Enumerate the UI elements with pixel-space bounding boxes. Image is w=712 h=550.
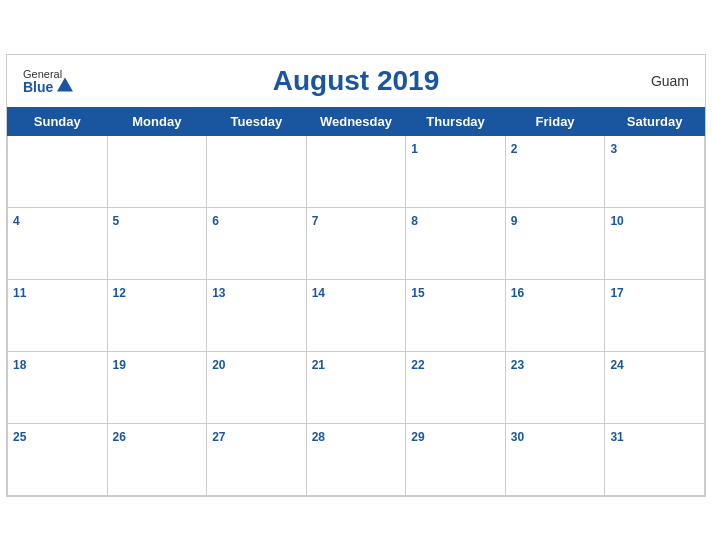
day-number: 16 bbox=[511, 286, 524, 300]
header-saturday: Saturday bbox=[605, 107, 705, 135]
calendar-week-row: 18192021222324 bbox=[8, 351, 705, 423]
day-number: 25 bbox=[13, 430, 26, 444]
calendar-cell: 5 bbox=[107, 207, 207, 279]
calendar-cell: 20 bbox=[207, 351, 307, 423]
calendar-cell: 13 bbox=[207, 279, 307, 351]
calendar-cell: 29 bbox=[406, 423, 506, 495]
calendar-cell: 11 bbox=[8, 279, 108, 351]
day-number: 30 bbox=[511, 430, 524, 444]
logo-area: General Blue bbox=[23, 68, 73, 93]
calendar-week-row: 45678910 bbox=[8, 207, 705, 279]
calendar-body: 1234567891011121314151617181920212223242… bbox=[8, 135, 705, 495]
header-tuesday: Tuesday bbox=[207, 107, 307, 135]
calendar-cell bbox=[207, 135, 307, 207]
region-label: Guam bbox=[651, 73, 689, 89]
day-number: 12 bbox=[113, 286, 126, 300]
days-header-row: Sunday Monday Tuesday Wednesday Thursday… bbox=[8, 107, 705, 135]
day-number: 22 bbox=[411, 358, 424, 372]
calendar-cell: 25 bbox=[8, 423, 108, 495]
day-number: 6 bbox=[212, 214, 219, 228]
calendar-cell: 1 bbox=[406, 135, 506, 207]
calendar-cell: 21 bbox=[306, 351, 406, 423]
day-number: 19 bbox=[113, 358, 126, 372]
calendar-week-row: 25262728293031 bbox=[8, 423, 705, 495]
day-number: 13 bbox=[212, 286, 225, 300]
calendar-cell: 31 bbox=[605, 423, 705, 495]
calendar-title: August 2019 bbox=[273, 65, 440, 97]
day-number: 2 bbox=[511, 142, 518, 156]
calendar-cell: 22 bbox=[406, 351, 506, 423]
calendar-cell: 18 bbox=[8, 351, 108, 423]
day-number: 27 bbox=[212, 430, 225, 444]
day-number: 10 bbox=[610, 214, 623, 228]
calendar-cell: 19 bbox=[107, 351, 207, 423]
day-number: 21 bbox=[312, 358, 325, 372]
calendar-cell: 15 bbox=[406, 279, 506, 351]
day-number: 9 bbox=[511, 214, 518, 228]
header-wednesday: Wednesday bbox=[306, 107, 406, 135]
calendar-cell: 17 bbox=[605, 279, 705, 351]
calendar-cell: 9 bbox=[505, 207, 605, 279]
day-number: 8 bbox=[411, 214, 418, 228]
calendar-cell: 28 bbox=[306, 423, 406, 495]
day-number: 31 bbox=[610, 430, 623, 444]
calendar-cell bbox=[8, 135, 108, 207]
day-number: 3 bbox=[610, 142, 617, 156]
calendar-cell: 23 bbox=[505, 351, 605, 423]
calendar-cell: 7 bbox=[306, 207, 406, 279]
day-number: 20 bbox=[212, 358, 225, 372]
calendar-cell: 3 bbox=[605, 135, 705, 207]
calendar-cell: 8 bbox=[406, 207, 506, 279]
calendar-header: General Blue August 2019 Guam bbox=[7, 55, 705, 107]
day-number: 15 bbox=[411, 286, 424, 300]
calendar-cell: 12 bbox=[107, 279, 207, 351]
day-number: 24 bbox=[610, 358, 623, 372]
day-number: 29 bbox=[411, 430, 424, 444]
header-thursday: Thursday bbox=[406, 107, 506, 135]
day-number: 18 bbox=[13, 358, 26, 372]
calendar-table: Sunday Monday Tuesday Wednesday Thursday… bbox=[7, 107, 705, 496]
calendar-cell: 14 bbox=[306, 279, 406, 351]
day-number: 7 bbox=[312, 214, 319, 228]
calendar-cell: 27 bbox=[207, 423, 307, 495]
calendar-cell: 6 bbox=[207, 207, 307, 279]
day-number: 5 bbox=[113, 214, 120, 228]
day-number: 11 bbox=[13, 286, 26, 300]
logo-icon bbox=[57, 77, 73, 91]
header-monday: Monday bbox=[107, 107, 207, 135]
calendar-cell bbox=[306, 135, 406, 207]
calendar-cell: 24 bbox=[605, 351, 705, 423]
day-number: 26 bbox=[113, 430, 126, 444]
header-sunday: Sunday bbox=[8, 107, 108, 135]
calendar-week-row: 11121314151617 bbox=[8, 279, 705, 351]
header-friday: Friday bbox=[505, 107, 605, 135]
day-number: 17 bbox=[610, 286, 623, 300]
calendar-cell: 16 bbox=[505, 279, 605, 351]
logo-blue-text: Blue bbox=[23, 79, 53, 93]
calendar-cell: 10 bbox=[605, 207, 705, 279]
calendar-cell: 4 bbox=[8, 207, 108, 279]
calendar-cell: 2 bbox=[505, 135, 605, 207]
day-number: 14 bbox=[312, 286, 325, 300]
calendar-cell: 26 bbox=[107, 423, 207, 495]
calendar-cell bbox=[107, 135, 207, 207]
day-number: 4 bbox=[13, 214, 20, 228]
day-number: 1 bbox=[411, 142, 418, 156]
calendar-week-row: 123 bbox=[8, 135, 705, 207]
calendar-container: General Blue August 2019 Guam Sunday Mon… bbox=[6, 54, 706, 497]
calendar-cell: 30 bbox=[505, 423, 605, 495]
day-number: 23 bbox=[511, 358, 524, 372]
day-number: 28 bbox=[312, 430, 325, 444]
